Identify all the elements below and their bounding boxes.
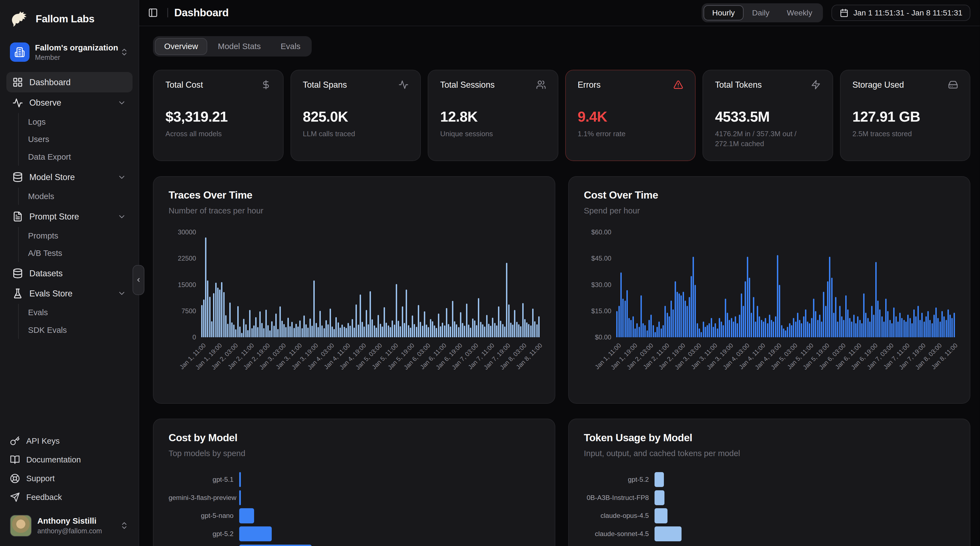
model-label: claude-opus-4.5 [584, 512, 654, 519]
granularity-weekly[interactable]: Weekly [778, 5, 821, 21]
bar [675, 281, 676, 337]
bar [867, 318, 869, 337]
bar [478, 298, 479, 337]
bar [406, 289, 407, 337]
bar [486, 315, 487, 337]
sidebar-group-children: EvalsSDK Evals [18, 304, 132, 339]
bar [528, 324, 530, 337]
model-charts-row: Cost by Model Top models by spend gpt-5.… [153, 418, 970, 546]
cost-over-time-card: Cost Over Time Spend per hour $60.00$45.… [568, 176, 970, 404]
bar [536, 324, 538, 337]
bar [893, 308, 894, 337]
topbar-divider [167, 8, 168, 18]
bar [526, 322, 528, 337]
sidebar-group-model-store[interactable]: Model Store [6, 168, 132, 187]
sidebar-item-prompts[interactable]: Prompts [19, 227, 132, 244]
bar [530, 326, 531, 337]
user-menu[interactable]: Anthony Sistilli anthony@fallom.com [6, 511, 132, 540]
sidebar-item-dashboard[interactable]: Dashboard [6, 72, 132, 93]
bar [504, 327, 506, 337]
sidebar-group-label: Observe [30, 98, 62, 107]
bar [241, 333, 242, 337]
tab-evals[interactable]: Evals [271, 38, 310, 55]
bar [534, 321, 536, 337]
bar [468, 324, 469, 337]
bar [877, 300, 878, 337]
sidebar-item-users[interactable]: Users [19, 131, 132, 148]
sidebar-footer-documentation[interactable]: Documentation [10, 450, 129, 469]
bar [851, 321, 853, 337]
stats-row: Total Cost$3,319.21Across all modelsTota… [153, 70, 970, 161]
sidebar-group-observe[interactable]: Observe [6, 93, 132, 112]
calendar-icon [840, 8, 848, 18]
sidebar-toggle-button[interactable] [145, 5, 161, 21]
bar [926, 316, 927, 337]
sidebar-group-prompt-store[interactable]: Prompt Store [6, 207, 132, 226]
user-email: anthony@fallom.com [37, 527, 114, 535]
sidebar-item-evals[interactable]: Evals [19, 304, 132, 321]
sidebar-footer-support[interactable]: Support [10, 469, 129, 488]
bar [432, 321, 433, 337]
bar [703, 321, 704, 337]
model-bar-row [169, 543, 539, 546]
sidebar-item-sdk-evals[interactable]: SDK Evals [19, 321, 132, 338]
sidebar-item-data-export[interactable]: Data Export [19, 148, 132, 166]
bar [801, 323, 802, 337]
tab-overview[interactable]: Overview [155, 38, 207, 55]
token-usage-by-model-card: Token Usage by Model Input, output, and … [568, 418, 970, 546]
bar [470, 327, 471, 337]
sidebar-group-evals-store[interactable]: Evals Store [6, 284, 132, 303]
bar [910, 318, 911, 337]
tab-model-stats[interactable]: Model Stats [208, 38, 270, 55]
bar [731, 318, 732, 337]
stat-card-value: 9.4K [578, 109, 683, 125]
stat-card-subtitle: Across all models [165, 129, 271, 139]
bar [881, 316, 883, 337]
bar [745, 281, 746, 337]
date-range-button[interactable]: Jan 1 11:51:31 - Jan 8 11:51:31 [832, 5, 970, 21]
zap-icon [811, 80, 821, 89]
sidebar-group-datasets[interactable]: Datasets [6, 264, 132, 283]
bar [243, 319, 245, 337]
bar [619, 306, 620, 337]
bar [775, 316, 776, 337]
sidebar-item-logs[interactable]: Logs [19, 113, 132, 131]
bar [682, 292, 684, 337]
stat-card-header: Storage Used [853, 80, 958, 89]
sidebar-footer-feedback[interactable]: Feedback [10, 488, 129, 506]
sidebar-footer-api-keys[interactable]: API Keys [10, 431, 129, 450]
bar [654, 332, 656, 337]
bar [932, 323, 933, 337]
bar [458, 327, 460, 337]
bar [652, 325, 654, 337]
sidebar-item-a-b-tests[interactable]: A/B Tests [19, 244, 132, 262]
bar [713, 327, 714, 337]
bar [918, 306, 919, 337]
granularity-hourly[interactable]: Hourly [703, 5, 743, 21]
dragon-logo-icon [9, 8, 30, 29]
stat-card-subtitle: 2.5M traces stored [853, 129, 958, 139]
token-usage-by-model-chart: gpt-5.20B-A3B-Instruct-FP8claude-opus-4.… [584, 471, 955, 543]
sidebar-item-models[interactable]: Models [19, 187, 132, 205]
granularity-daily[interactable]: Daily [743, 5, 778, 21]
bar [394, 324, 395, 337]
stat-card-storage-used: Storage Used127.91 GB2.5M traces stored [840, 70, 970, 161]
org-switcher[interactable]: Fallom's organization Member [6, 40, 132, 65]
bar [833, 313, 835, 337]
bar [889, 320, 891, 337]
bar [480, 322, 482, 337]
org-name: Fallom's organization [35, 43, 115, 53]
sidebar-collapse-button[interactable] [132, 265, 145, 295]
brand-name: Fallom Labs [35, 13, 94, 25]
stat-card-title: Total Sessions [440, 80, 495, 89]
bar [201, 305, 202, 337]
bar [951, 318, 953, 337]
org-meta: Fallom's organization Member [35, 43, 115, 62]
bar [717, 329, 718, 337]
stat-card-value: 12.8K [440, 109, 546, 125]
bar [374, 326, 375, 337]
bar [328, 324, 329, 337]
stat-card-subtitle: 4176.2M in / 357.3M out / 272.1M cached [715, 129, 821, 149]
bar [757, 306, 758, 337]
model-label: gpt-5.2 [169, 530, 239, 538]
